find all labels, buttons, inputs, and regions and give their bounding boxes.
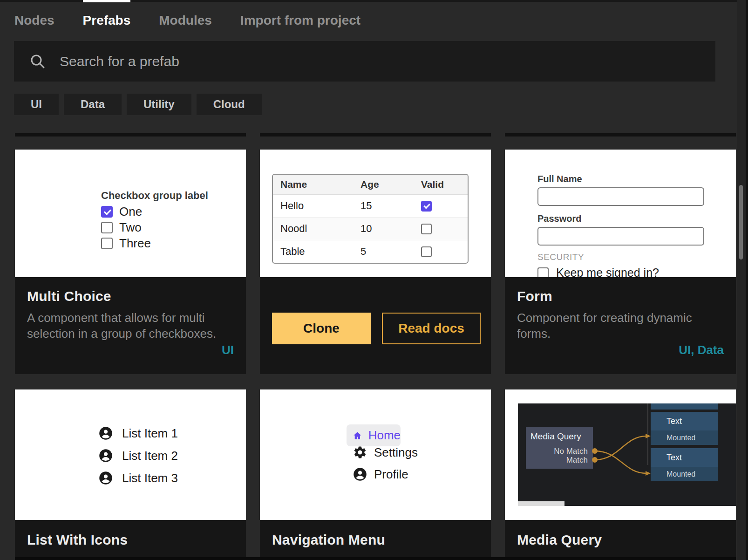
scrollbar-thumb[interactable] — [739, 185, 743, 260]
port-dot — [592, 457, 598, 463]
list-item-label: List Item 3 — [122, 471, 178, 485]
prefab-card-table[interactable]: Name Age Valid Hello 15 Noodl 10 Table 5 — [260, 150, 491, 374]
card-title: List With Icons — [27, 520, 234, 548]
list-item-label: List Item 2 — [122, 449, 178, 463]
password-field — [537, 227, 704, 246]
prefab-card-list-with-icons[interactable]: List Item 1 List Item 2 List Item 3 List… — [15, 389, 246, 560]
card-tags: UI — [222, 343, 234, 357]
nav-item-profile: Profile — [353, 467, 408, 481]
filter-data[interactable]: Data — [64, 94, 122, 115]
search-icon — [30, 54, 46, 69]
keep-signed-in-label: Keep me signed in? — [556, 266, 659, 277]
node-title: Media Query — [530, 431, 581, 441]
checkbox-option: Three — [101, 238, 246, 249]
scrollbar-track[interactable] — [737, 0, 746, 560]
cell-age: 5 — [353, 246, 414, 258]
cell-valid — [414, 246, 468, 257]
cell-valid — [414, 224, 468, 234]
multi-choice-preview: Checkbox group label One Two Three — [15, 150, 246, 277]
card-description: A component that allows for multi select… — [27, 310, 234, 342]
card-tags: UI, Data — [679, 343, 724, 357]
tab-nodes[interactable]: Nodes — [14, 13, 54, 28]
partial-node — [651, 403, 718, 410]
checkbox-option-label: Two — [119, 220, 142, 235]
cell-valid — [414, 201, 468, 212]
card-title: Navigation Menu — [272, 520, 479, 548]
checkbox-checked — [101, 206, 113, 218]
multi-choice-info: Multi Choice A component that allows for… — [15, 277, 246, 374]
nav-item-settings: Settings — [353, 445, 418, 459]
screenshot-artifact — [518, 501, 564, 506]
person-icon — [99, 471, 113, 485]
filter-ui[interactable]: UI — [14, 94, 59, 115]
checkbox-checked — [421, 201, 432, 212]
prefab-card-navigation-menu[interactable]: Home Settings Profile Navigation Menu Co… — [260, 389, 491, 560]
card-remnant — [15, 133, 246, 137]
prefab-card-media-query[interactable]: Media Query No Match Match Text Mounted — [505, 389, 736, 560]
filter-utility[interactable]: Utility — [127, 94, 191, 115]
home-icon — [353, 429, 362, 443]
checkbox-unchecked — [421, 224, 432, 234]
person-icon — [99, 449, 113, 463]
checkbox-unchecked — [421, 246, 432, 257]
media-query-info: Media Query Respond to media query chang… — [505, 520, 736, 560]
filter-chips: UI Data Utility Cloud — [14, 94, 748, 115]
table-col-valid: Valid — [414, 179, 468, 190]
list-item: List Item 2 — [99, 449, 246, 463]
list-preview: List Item 1 List Item 2 List Item 3 — [15, 389, 246, 520]
list-with-icons-info: List With Icons A simple list with icons… — [15, 520, 246, 560]
search-input[interactable] — [59, 53, 619, 70]
tab-bar: Nodes Prefabs Modules Import from projec… — [0, 0, 748, 41]
card-description: Component for creating dynamic forms. — [517, 310, 724, 342]
list-item: List Item 3 — [99, 471, 246, 485]
cell-name: Table — [273, 246, 353, 258]
tab-modules[interactable]: Modules — [159, 13, 212, 28]
checkbox-option-label: Three — [119, 236, 151, 251]
checkbox-option: One — [101, 206, 246, 218]
gear-icon — [353, 445, 367, 459]
output-port-label: No Match — [554, 447, 588, 456]
keep-signed-in-row: Keep me signed in? — [537, 266, 736, 277]
navigation-menu-info: Navigation Menu Component for creating a… — [260, 520, 491, 560]
nav-item-label: Settings — [374, 445, 418, 460]
read-docs-button[interactable]: Read docs — [382, 313, 481, 344]
nav-item-label: Home — [368, 428, 401, 443]
clone-button[interactable]: Clone — [272, 313, 371, 344]
security-section-label: SECURITY — [537, 252, 736, 262]
card-title: Media Query — [517, 520, 724, 548]
checkbox-unchecked — [101, 222, 113, 233]
prefab-card-form[interactable]: Full Name Password SECURITY Keep me sign… — [505, 150, 736, 374]
card-remnant — [260, 133, 491, 137]
text-node — [651, 448, 718, 467]
cell-age: 10 — [353, 223, 414, 235]
node-title: Text — [666, 417, 682, 426]
list-item-label: List Item 1 — [122, 426, 178, 441]
filter-cloud[interactable]: Cloud — [197, 94, 262, 115]
table-header-row: Name Age Valid — [273, 175, 468, 195]
tab-prefabs[interactable]: Prefabs — [83, 13, 131, 28]
checkbox-group-label: Checkbox group label — [101, 190, 246, 202]
checkbox-option: Two — [101, 222, 246, 233]
prefab-grid-row-1: Checkbox group label One Two Three Multi… — [0, 150, 748, 374]
checkbox-unchecked — [537, 267, 549, 278]
person-icon — [353, 467, 367, 481]
person-icon — [99, 426, 113, 440]
nav-item-home-active: Home — [347, 424, 401, 446]
table-row: Hello 15 — [273, 195, 468, 218]
tab-import-from-project[interactable]: Import from project — [240, 13, 360, 28]
output-port-label: Match — [566, 456, 588, 464]
card-title: Multi Choice — [27, 277, 234, 304]
cell-age: 15 — [353, 200, 414, 212]
card-title: Form — [517, 277, 724, 304]
media-query-preview: Media Query No Match Match Text Mounted — [505, 389, 736, 520]
table-row: Table 5 — [273, 240, 468, 263]
cell-name: Noodl — [273, 223, 353, 235]
table-row: Noodl 10 — [273, 218, 468, 240]
prefab-grid-row-2: List Item 1 List Item 2 List Item 3 List… — [0, 389, 748, 560]
checkbox-option-label: One — [119, 205, 142, 219]
field-label-full-name: Full Name — [537, 174, 736, 184]
checkbox-unchecked — [101, 238, 113, 249]
prefab-card-multi-choice[interactable]: Checkbox group label One Two Three Multi… — [15, 150, 246, 374]
field-label-password: Password — [537, 213, 736, 224]
form-preview: Full Name Password SECURITY Keep me sign… — [505, 150, 736, 277]
